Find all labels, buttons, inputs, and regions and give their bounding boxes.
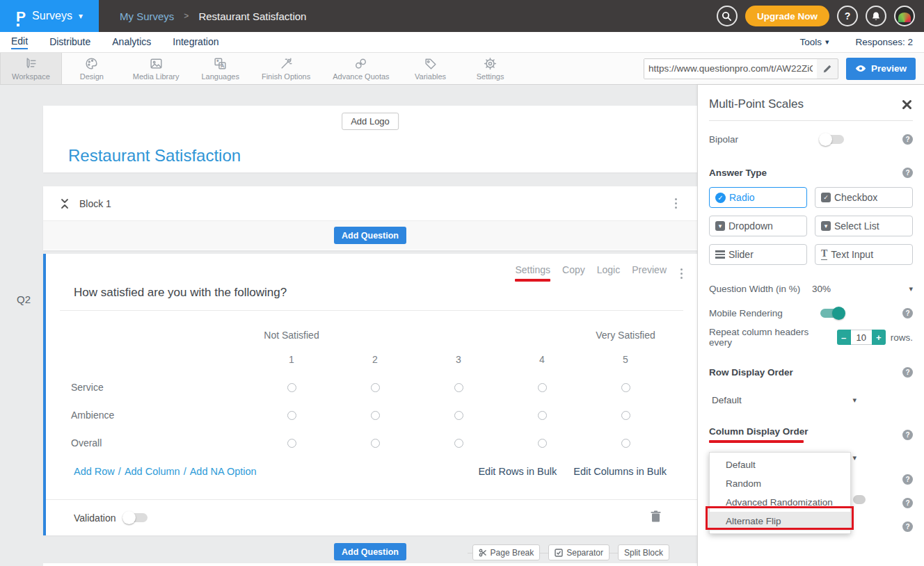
radio-option[interactable] xyxy=(287,383,296,392)
text-input-icon: T xyxy=(821,249,827,260)
survey-title[interactable]: Restaurant Satisfaction xyxy=(68,146,241,165)
help-icon[interactable]: ? xyxy=(902,134,913,145)
help-button[interactable]: ? xyxy=(837,6,858,26)
radio-option[interactable] xyxy=(538,383,547,392)
page-break-button[interactable]: Page Break xyxy=(472,544,541,560)
add-row-link[interactable]: Add Row xyxy=(74,466,115,477)
chevron-down-icon[interactable] xyxy=(909,285,913,293)
validation-toggle[interactable] xyxy=(124,513,148,522)
toolbar-workspace[interactable]: Workspace xyxy=(0,53,62,84)
help-icon[interactable]: ? xyxy=(902,168,913,178)
toolbar-settings[interactable]: Settings xyxy=(461,53,520,84)
breadcrumb-my-surveys[interactable]: My Surveys xyxy=(120,10,174,22)
add-question-button-bottom[interactable]: Add Question xyxy=(334,543,406,560)
help-icon[interactable]: ? xyxy=(902,521,913,532)
repeat-headers-input[interactable] xyxy=(851,330,872,345)
rows-suffix-label: rows. xyxy=(891,332,913,343)
split-block-button[interactable]: Split Block xyxy=(618,544,669,560)
tab-edit[interactable]: Edit xyxy=(11,35,28,49)
tab-distribute[interactable]: Distribute xyxy=(49,36,90,49)
tools-menu[interactable]: Tools xyxy=(799,37,829,47)
question-width-label: Question Width (in %) xyxy=(709,284,812,294)
toolbar-advance-quotas[interactable]: Advance Quotas xyxy=(321,53,400,84)
dropdown-option-random[interactable]: Random xyxy=(710,474,850,493)
question-tab-settings[interactable]: Settings xyxy=(515,264,550,282)
question-tab-logic[interactable]: Logic xyxy=(597,264,620,275)
user-avatar[interactable] xyxy=(894,6,915,26)
question-menu-button[interactable] xyxy=(678,266,685,281)
responses-count[interactable]: Responses: 2 xyxy=(855,37,913,47)
radio-option[interactable] xyxy=(621,383,630,392)
bipolar-toggle[interactable] xyxy=(820,135,844,144)
help-icon[interactable]: ? xyxy=(902,430,913,440)
radio-option[interactable] xyxy=(371,439,380,448)
help-icon[interactable]: ? xyxy=(902,498,913,508)
collapse-icon xyxy=(60,198,70,209)
mobile-rendering-toggle[interactable] xyxy=(820,309,844,318)
notifications-button[interactable] xyxy=(866,6,886,26)
question-tab-preview[interactable]: Preview xyxy=(632,264,667,275)
radio-check-icon: ✓ xyxy=(715,193,726,203)
collapse-block-button[interactable] xyxy=(60,198,70,209)
radio-option[interactable] xyxy=(454,411,463,420)
questionpro-logo-icon: P xyxy=(16,9,26,24)
partially-hidden-toggle xyxy=(853,495,866,504)
increment-button[interactable]: + xyxy=(872,330,886,345)
app-logo-menu[interactable]: P Surveys xyxy=(0,0,99,32)
edit-url-button[interactable] xyxy=(817,64,838,74)
dropdown-option-advanced-randomization[interactable]: Advanced Randomization xyxy=(710,493,850,512)
edit-rows-in-bulk-link[interactable]: Edit Rows in Bulk xyxy=(478,466,557,477)
dropdown-option-alternate-flip[interactable]: Alternate Flip xyxy=(710,512,850,531)
scale-labels-row: Not Satisfied Very Satisfied xyxy=(46,325,697,346)
help-icon[interactable]: ? xyxy=(902,474,913,485)
toolbar-languages[interactable]: *A Languages xyxy=(190,53,250,84)
survey-canvas: Q2 Add Logo Restaurant Satisfaction Bloc… xyxy=(0,85,697,566)
answer-type-checkbox[interactable]: ✓ Checkbox xyxy=(815,187,913,208)
edit-columns-in-bulk-link[interactable]: Edit Columns in Bulk xyxy=(573,466,667,477)
toolbar-media-library[interactable]: Media Library xyxy=(122,53,191,84)
radio-option[interactable] xyxy=(538,411,547,420)
add-na-option-link[interactable]: Add NA Option xyxy=(190,466,257,477)
separator-button[interactable]: Separator xyxy=(548,544,610,560)
tab-integration[interactable]: Integration xyxy=(173,36,218,49)
tab-analytics[interactable]: Analytics xyxy=(112,36,151,49)
radio-option[interactable] xyxy=(621,411,630,420)
add-logo-button[interactable]: Add Logo xyxy=(342,113,399,130)
search-button[interactable] xyxy=(717,6,738,26)
answer-type-select-list[interactable]: ▾ Select List xyxy=(815,216,913,236)
answer-type-text-input[interactable]: T Text Input xyxy=(815,244,913,265)
delete-question-button[interactable] xyxy=(651,510,661,525)
radio-option[interactable] xyxy=(538,439,547,448)
answer-type-radio[interactable]: ✓ Radio xyxy=(709,187,807,208)
block-menu-button[interactable] xyxy=(673,196,679,211)
add-column-link[interactable]: Add Column xyxy=(125,466,180,477)
add-question-button-top[interactable]: Add Question xyxy=(334,227,406,244)
radio-option[interactable] xyxy=(287,411,296,420)
dropdown-option-default[interactable]: Default xyxy=(710,455,850,474)
upgrade-now-button[interactable]: Upgrade Now xyxy=(745,6,829,26)
survey-url-input[interactable] xyxy=(644,59,817,79)
radio-option[interactable] xyxy=(287,439,296,448)
workspace-icon xyxy=(24,56,38,71)
mobile-rendering-label: Mobile Rendering xyxy=(709,308,812,318)
toolbar-finish-options[interactable]: Finish Options xyxy=(250,53,321,84)
decrement-button[interactable]: – xyxy=(837,330,851,345)
answer-type-slider[interactable]: Slider xyxy=(709,244,807,265)
block-title[interactable]: Block 1 xyxy=(79,198,111,209)
radio-option[interactable] xyxy=(454,439,463,448)
toolbar-variables[interactable]: Variables xyxy=(401,53,461,84)
question-tab-copy[interactable]: Copy xyxy=(562,264,585,275)
question-text[interactable]: How satisfied are you with the following… xyxy=(74,286,697,300)
radio-option[interactable] xyxy=(621,439,630,448)
row-display-order-select[interactable]: Default xyxy=(709,391,857,408)
radio-option[interactable] xyxy=(454,383,463,392)
toolbar-design[interactable]: Design xyxy=(62,53,122,84)
question-width-value[interactable]: 30% xyxy=(812,284,831,294)
radio-option[interactable] xyxy=(371,411,380,420)
answer-type-dropdown[interactable]: ▾ Dropdown xyxy=(709,216,807,236)
preview-button[interactable]: Preview xyxy=(846,58,916,80)
help-icon[interactable]: ? xyxy=(902,367,913,378)
help-icon[interactable]: ? xyxy=(902,308,913,318)
radio-option[interactable] xyxy=(371,383,380,392)
close-sidebar-button[interactable] xyxy=(901,99,913,111)
